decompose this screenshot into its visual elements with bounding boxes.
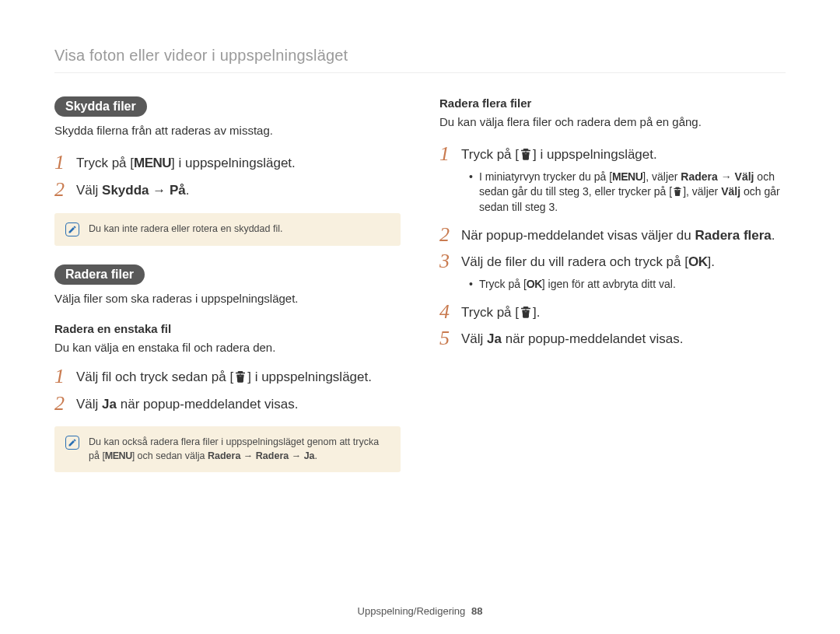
trash-icon (519, 305, 533, 319)
note-protect: Du kan inte radera eller rotera en skydd… (54, 213, 401, 246)
delete-single-step-1: Välj fil och tryck sedan på [] i uppspel… (76, 368, 372, 387)
section-pill-protect: Skydda filer (54, 96, 147, 117)
step-number: 4 (439, 302, 461, 322)
step-number: 3 (439, 251, 461, 271)
multi-step-2: När popup-meddelandet visas väljer du Ra… (461, 226, 775, 246)
step-number: 2 (54, 180, 76, 200)
delete-multi-intro: Du kan välja flera filer och radera dem … (439, 114, 786, 130)
multi-step-3: Välj de filer du vill radera och tryck p… (461, 253, 715, 295)
delete-single-heading: Radera en enstaka fil (54, 322, 401, 335)
step-number: 1 (54, 152, 76, 173)
protect-intro: Skydda filerna från att raderas av misst… (54, 123, 401, 138)
protect-step-1: Tryck på [MENU] i uppspelningsläget. (76, 154, 296, 173)
trash-icon (233, 370, 247, 384)
note-text: Du kan också radera flera filer i uppspe… (89, 436, 390, 463)
multi-step-5: Välj Ja när popup-meddelandet visas. (461, 330, 683, 349)
step-number: 2 (439, 225, 461, 245)
delete-intro: Välja filer som ska raderas i uppspelnin… (54, 291, 401, 306)
trash-icon (672, 186, 683, 197)
note-text: Du kan inte radera eller rotera en skydd… (89, 222, 282, 236)
multi-step-1: Tryck på [] i uppspelningsläget. I minia… (461, 145, 786, 218)
trash-icon (519, 147, 533, 161)
step-number: 5 (439, 328, 461, 349)
menu-key: MENU (134, 156, 171, 170)
note-delete: Du kan också radera flera filer i uppspe… (54, 426, 401, 472)
note-icon (65, 436, 79, 450)
multi-step-1-sub: I miniatyrvyn trycker du på [MENU], välj… (461, 170, 786, 215)
step-number: 1 (439, 144, 461, 164)
delete-multi-heading: Radera flera filer (439, 96, 786, 110)
breadcrumb: Visa foton eller videor i uppspelningslä… (54, 47, 786, 65)
section-pill-delete: Radera filer (54, 264, 145, 285)
multi-step-4: Tryck på []. (461, 303, 540, 323)
step-number: 2 (54, 394, 76, 414)
step-number: 1 (54, 366, 76, 387)
note-icon (65, 222, 79, 236)
page-footer: Uppspelning/Redigering 88 (0, 605, 840, 617)
protect-step-2: Välj Skydda → På. (76, 181, 190, 201)
delete-single-intro: Du kan välja en enstaka fil och radera d… (54, 340, 401, 356)
divider (54, 72, 786, 73)
delete-single-step-2: Välj Ja när popup-meddelandet visas. (76, 395, 298, 415)
multi-step-3-sub: Tryck på [OK] igen för att avbryta ditt … (461, 277, 715, 292)
